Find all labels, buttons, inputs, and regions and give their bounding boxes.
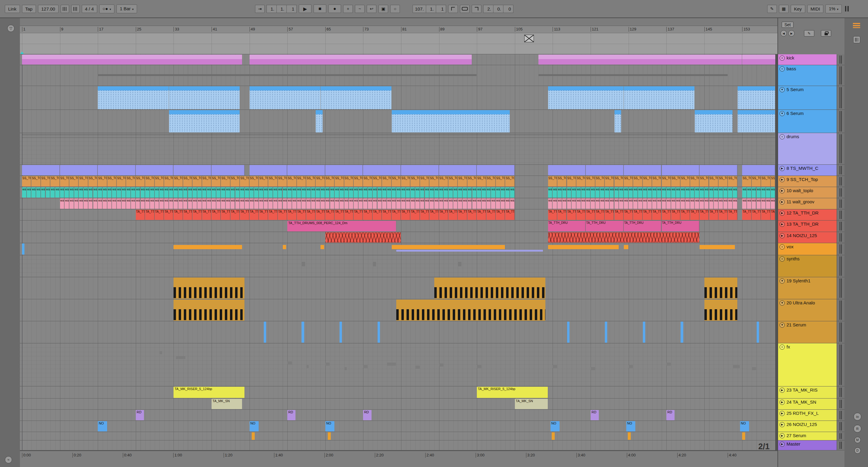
clip-11-walt-groov[interactable]: wa — [463, 199, 467, 209]
clip-21-serum[interactable] — [643, 322, 645, 343]
clip-12-ta-tth-dr[interactable]: TA_TT — [306, 210, 315, 220]
clip-11-walt-groov[interactable]: wa — [330, 199, 335, 209]
clip-9-ss-tch-top[interactable]: SS_TC — [439, 176, 448, 187]
clip-11-walt-groov[interactable]: wa — [571, 199, 576, 209]
clip-11-walt-groov[interactable]: wa — [401, 199, 406, 209]
clip-10-walt-toplo[interactable]: wa — [638, 187, 643, 198]
clip-24-ta-mk-sn[interactable]: TA_MK_SN — [212, 399, 242, 409]
clip-bass[interactable] — [538, 74, 728, 76]
clip-10-walt-toplo[interactable]: wa — [69, 187, 74, 198]
audio-engine-icon[interactable]: ≈ — [5, 456, 12, 463]
clip-9-ss-tch-top[interactable]: SS_TC — [212, 176, 221, 187]
clip-10-walt-toplo[interactable]: wa — [141, 187, 145, 198]
forward-arrow-button[interactable]: ▶ — [788, 30, 795, 36]
clip-10-walt-toplo[interactable]: wa — [192, 187, 197, 198]
clip-10-walt-toplo[interactable]: wa — [705, 187, 709, 198]
clip-25-rdth-fx-l[interactable]: RD — [363, 410, 371, 420]
clip-8-ts-mwth-c[interactable] — [363, 165, 401, 175]
clip-8-ts-mwth-c[interactable] — [548, 165, 586, 175]
clip-12-ta-tth-dr[interactable]: TA_TT — [382, 210, 391, 220]
clip-10-walt-toplo[interactable]: wa — [548, 187, 553, 198]
lane-24-ta-mk-sn[interactable]: TA_MK_SNTA_MK_SN — [20, 399, 777, 410]
clip-10-walt-toplo[interactable]: wa — [666, 187, 671, 198]
clip-11-walt-groov[interactable]: wa — [340, 199, 344, 209]
clip-11-walt-groov[interactable]: wa — [439, 199, 444, 209]
clip-10-walt-toplo[interactable]: wa — [723, 187, 728, 198]
clip-12-ta-tth-dr[interactable]: TA_TT — [624, 210, 633, 220]
clip-10-walt-toplo[interactable]: wa — [496, 187, 500, 198]
clip-6-serum[interactable] — [169, 110, 240, 132]
fold-icon[interactable]: ≡ — [780, 66, 785, 71]
clip-11-walt-groov[interactable]: wa — [742, 199, 747, 209]
clip-10-walt-toplo[interactable]: wa — [586, 187, 590, 198]
clip-12-ta-tth-dr[interactable]: TA_TT — [719, 210, 728, 220]
clip-11-walt-groov[interactable]: wa — [577, 199, 581, 209]
clip-9-ss-tch-top[interactable]: SS_TC — [505, 176, 514, 187]
clip-26-noizu-125[interactable]: NO — [740, 421, 749, 431]
clip-12-ta-tth-dr[interactable]: TA_TT — [586, 210, 595, 220]
clip-12-ta-tth-dr[interactable]: TA_TT — [477, 210, 486, 220]
clip-27-serum[interactable] — [252, 432, 255, 440]
clip-vox[interactable] — [396, 250, 543, 252]
clip-11-walt-groov[interactable]: wa — [164, 199, 169, 209]
clip-12-ta-tth-dr[interactable]: TA_TT — [615, 210, 623, 220]
clip-9-ss-tch-top[interactable]: SS_TC — [326, 176, 334, 187]
clip-11-walt-groov[interactable]: wa — [311, 199, 316, 209]
clip-12-ta-tth-dr[interactable]: TA_TT — [643, 210, 652, 220]
clip-11-walt-groov[interactable]: wa — [615, 199, 619, 209]
clip-12-ta-tth-dr[interactable]: TA_TT — [709, 210, 718, 220]
fold-icon[interactable]: ≡ — [780, 134, 785, 139]
tempo-field[interactable]: 127.00 — [38, 5, 59, 13]
clip-11-walt-groov[interactable]: wa — [415, 199, 420, 209]
fold-icon[interactable]: ≡ — [780, 344, 785, 349]
clip-9-ss-tch-top[interactable]: SS_TC — [761, 176, 770, 187]
tap-tempo-button[interactable]: Tap — [22, 5, 36, 13]
clip-10-walt-toplo[interactable]: wa — [728, 187, 733, 198]
clip-10-walt-toplo[interactable]: wa — [467, 187, 472, 198]
loop-start-sixteenths[interactable]: 1 — [436, 5, 446, 13]
clip-9-ss-tch-top[interactable]: SS_TC — [567, 176, 576, 187]
clip-10-walt-toplo[interactable]: wa — [378, 187, 382, 198]
clip-10-walt-toplo[interactable]: wa — [136, 187, 140, 198]
clip-11-walt-groov[interactable]: wa — [169, 199, 174, 209]
clip-10-walt-toplo[interactable]: wa — [98, 187, 102, 198]
clip-12-ta-tth-dr[interactable]: TA_TT — [373, 210, 382, 220]
clip-6-serum[interactable] — [695, 110, 733, 132]
clip-5-serum[interactable] — [548, 86, 623, 109]
clip-10-walt-toplo[interactable]: wa — [22, 187, 27, 198]
track-header-vox[interactable]: ≡vox — [778, 243, 837, 255]
clip-fx[interactable] — [306, 365, 309, 368]
play-button[interactable]: ▶ — [299, 4, 311, 13]
clip-10-walt-toplo[interactable]: wa — [733, 187, 737, 198]
track-header-fx[interactable]: ≡fx — [778, 343, 837, 386]
loop-length-beats[interactable]: 0. — [493, 5, 503, 13]
clip-10-walt-toplo[interactable]: wa — [458, 187, 462, 198]
clip-11-walt-groov[interactable]: wa — [98, 199, 102, 209]
clip-9-ss-tch-top[interactable]: SS_TC — [467, 176, 476, 187]
clip-9-ss-tch-top[interactable]: SS_TC — [145, 176, 154, 187]
clip-12-ta-tth-dr[interactable]: TA_TT — [771, 210, 775, 220]
clip-10-walt-toplo[interactable]: wa — [259, 187, 264, 198]
clip-12-ta-tth-dr[interactable]: TA_TT — [410, 210, 420, 220]
clip-13-ta-tth-dr[interactable]: TA_TTH_DRU — [624, 221, 661, 231]
clip-10-walt-toplo[interactable]: wa — [695, 187, 699, 198]
clip-9-ss-tch-top[interactable]: SS_TC — [31, 176, 40, 187]
clip-10-walt-toplo[interactable]: wa — [31, 187, 36, 198]
clip-8-ts-mwth-c[interactable] — [212, 165, 245, 175]
clip-10-walt-toplo[interactable]: wa — [766, 187, 771, 198]
clip-fx[interactable] — [344, 367, 347, 370]
clip-9-ss-tch-top[interactable]: SS_TC — [496, 176, 505, 187]
clip-9-ss-tch-top[interactable]: SS_TC — [126, 176, 135, 187]
clip-11-walt-groov[interactable]: wa — [629, 199, 633, 209]
play-icon[interactable]: ▶ — [780, 233, 785, 238]
clip-10-walt-toplo[interactable]: wa — [657, 187, 661, 198]
clip-9-ss-tch-top[interactable]: SS_TC — [230, 176, 240, 187]
clip-10-walt-toplo[interactable]: wa — [354, 187, 358, 198]
view-toggle-r[interactable]: R — [854, 425, 861, 433]
clip-10-walt-toplo[interactable]: wa — [41, 187, 45, 198]
lane-vox[interactable] — [20, 243, 777, 255]
clip-10-walt-toplo[interactable]: wa — [103, 187, 107, 198]
clip-9-ss-tch-top[interactable]: SS_TC — [633, 176, 642, 187]
clip-11-walt-groov[interactable]: wa — [771, 199, 775, 209]
clip-12-ta-tth-dr[interactable]: TA_TT — [354, 210, 363, 220]
